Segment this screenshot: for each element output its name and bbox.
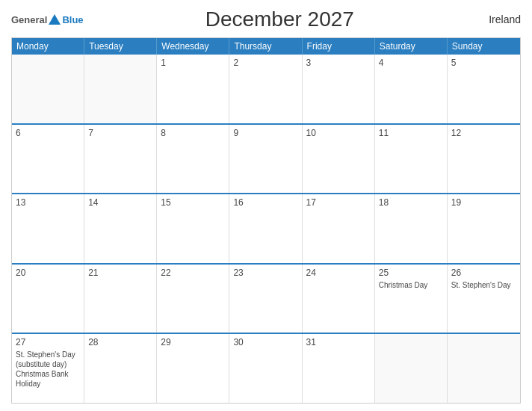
day-number: 25 xyxy=(379,268,443,278)
calendar-page: General Blue December 2027 Ireland Monda… xyxy=(0,0,532,411)
day-number: 27 xyxy=(16,337,80,347)
day-number: 10 xyxy=(306,128,371,138)
holiday-label: Christmas Day xyxy=(379,280,443,290)
day-number: 7 xyxy=(88,128,152,138)
day-number: 2 xyxy=(233,58,297,68)
day-cell: 26St. Stephen's Day xyxy=(448,265,520,333)
logo-blue-text: Blue xyxy=(62,14,83,25)
day-cell: 24 xyxy=(303,265,375,333)
day-cell: 15 xyxy=(157,194,229,263)
day-cell: 12 xyxy=(448,125,520,194)
day-number: 1 xyxy=(161,58,225,68)
day-number: 8 xyxy=(161,128,225,138)
day-number: 31 xyxy=(306,337,371,347)
logo-general-text: General xyxy=(11,14,47,25)
holiday-label: St. Stephen's Day xyxy=(451,280,516,290)
day-cell: 18 xyxy=(375,194,448,263)
day-cell: 9 xyxy=(229,125,302,194)
day-cell: 25Christmas Day xyxy=(375,265,448,333)
day-cell: 17 xyxy=(303,194,375,263)
day-number: 26 xyxy=(451,268,516,278)
day-cell: 11 xyxy=(375,125,448,194)
day-cell: 23 xyxy=(229,265,302,333)
logo: General Blue xyxy=(11,14,84,25)
day-cell: 27St. Stephen's Day (substitute day) Chr… xyxy=(12,334,84,403)
day-number: 30 xyxy=(233,337,297,347)
day-number: 21 xyxy=(88,268,152,278)
day-cell: 10 xyxy=(303,125,375,194)
day-number: 16 xyxy=(233,197,297,208)
day-cell: 2 xyxy=(229,55,302,123)
country-label: Ireland xyxy=(476,13,521,25)
day-cell xyxy=(375,334,448,403)
weeks-container: 1234567891011121314151617181920212223242… xyxy=(12,55,520,403)
day-cell: 8 xyxy=(157,125,229,194)
week-row-3: 202122232425Christmas Day26St. Stephen's… xyxy=(12,263,520,333)
day-header-tuesday: Tuesday xyxy=(84,38,157,55)
day-number: 29 xyxy=(161,337,225,347)
day-number: 28 xyxy=(88,337,152,347)
day-cell: 1 xyxy=(157,55,229,123)
day-cell: 21 xyxy=(84,265,157,333)
week-row-2: 13141516171819 xyxy=(12,193,520,263)
day-number: 17 xyxy=(306,197,371,208)
day-number: 23 xyxy=(233,268,297,278)
day-header-friday: Friday xyxy=(303,38,375,55)
day-number: 15 xyxy=(161,197,225,208)
day-cell: 22 xyxy=(157,265,229,333)
day-cell: 13 xyxy=(12,194,84,263)
day-headers-row: MondayTuesdayWednesdayThursdayFridaySatu… xyxy=(12,38,520,55)
day-number: 14 xyxy=(88,197,152,208)
day-number: 4 xyxy=(379,58,443,68)
day-cell: 14 xyxy=(84,194,157,263)
day-cell: 30 xyxy=(229,334,302,403)
day-header-wednesday: Wednesday xyxy=(157,38,229,55)
day-number: 9 xyxy=(233,128,297,138)
day-number: 3 xyxy=(306,58,371,68)
day-cell xyxy=(12,55,84,123)
day-number: 13 xyxy=(16,197,80,208)
day-header-sunday: Sunday xyxy=(448,38,520,55)
day-cell: 5 xyxy=(448,55,520,123)
logo-triangle-icon xyxy=(49,14,61,25)
day-cell: 7 xyxy=(84,125,157,194)
day-number: 24 xyxy=(306,268,371,278)
day-cell: 31 xyxy=(303,334,375,403)
day-header-thursday: Thursday xyxy=(229,38,302,55)
day-cell: 29 xyxy=(157,334,229,403)
day-number: 18 xyxy=(379,197,443,208)
day-header-saturday: Saturday xyxy=(375,38,448,55)
holiday-label: St. Stephen's Day (substitute day) Chris… xyxy=(16,350,80,389)
day-number: 19 xyxy=(451,197,516,208)
day-cell: 19 xyxy=(448,194,520,263)
day-cell: 28 xyxy=(84,334,157,403)
day-cell xyxy=(84,55,157,123)
day-cell xyxy=(448,334,520,403)
page-header: General Blue December 2027 Ireland xyxy=(11,7,521,31)
week-row-0: 12345 xyxy=(12,55,520,123)
day-number: 20 xyxy=(16,268,80,278)
day-number: 22 xyxy=(161,268,225,278)
calendar-grid: MondayTuesdayWednesdayThursdayFridaySatu… xyxy=(11,37,521,404)
day-cell: 16 xyxy=(229,194,302,263)
week-row-1: 6789101112 xyxy=(12,123,520,194)
day-cell: 3 xyxy=(303,55,375,123)
day-number: 6 xyxy=(16,128,80,138)
day-number: 12 xyxy=(451,128,516,138)
day-cell: 4 xyxy=(375,55,448,123)
week-row-4: 27St. Stephen's Day (substitute day) Chr… xyxy=(12,333,520,403)
day-header-monday: Monday xyxy=(12,38,84,55)
calendar-title: December 2027 xyxy=(84,7,476,31)
day-cell: 6 xyxy=(12,125,84,194)
day-number: 5 xyxy=(451,58,516,68)
day-number: 11 xyxy=(379,128,443,138)
day-cell: 20 xyxy=(12,265,84,333)
